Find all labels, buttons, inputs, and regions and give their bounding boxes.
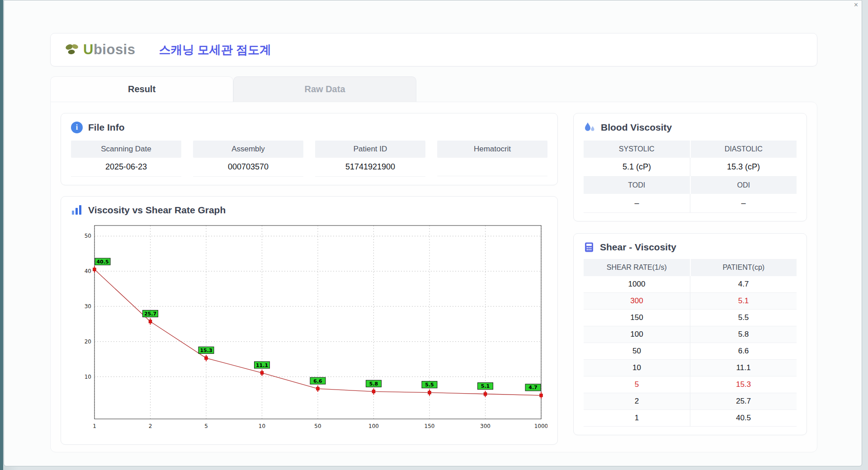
patient-viscosity-cell: 4.7 xyxy=(690,276,797,293)
svg-text:50: 50 xyxy=(314,423,321,429)
tab-bar: Result Raw Data xyxy=(50,76,817,102)
patient-viscosity-cell: 40.5 xyxy=(690,410,797,427)
bar-chart-icon xyxy=(71,205,83,216)
field-hematocrit: Hematocrit xyxy=(437,141,547,177)
ubiosis-logo: Ubiosis xyxy=(64,42,135,58)
file-info-fields: Scanning Date 2025-06-23 Assembly 000703… xyxy=(71,141,547,177)
blood-viscosity-title: Blood Viscosity xyxy=(601,122,672,133)
patient-viscosity-cell: 15.3 xyxy=(690,376,797,393)
leaf-cluster-icon xyxy=(64,42,80,57)
info-icon xyxy=(71,122,83,133)
shear-rate-cell: 10 xyxy=(584,360,690,376)
svg-text:40: 40 xyxy=(85,268,91,274)
svg-text:20: 20 xyxy=(85,338,91,345)
svg-text:6.6: 6.6 xyxy=(313,378,322,384)
svg-text:5.8: 5.8 xyxy=(369,381,378,387)
svg-text:30: 30 xyxy=(85,303,91,310)
field-patient-id: Patient ID 51741921900 xyxy=(315,141,425,177)
patient-viscosity-cell: 11.1 xyxy=(690,360,797,376)
app-window: × Ubiosis 스캐닝 모세관 점도계 Result Raw Data Fi… xyxy=(4,0,862,466)
field-label: Hematocrit xyxy=(437,141,547,158)
field-value: 51741921900 xyxy=(315,158,425,177)
svg-text:50: 50 xyxy=(85,233,91,239)
svg-text:1: 1 xyxy=(93,423,96,429)
patient-viscosity-cell: 5.5 xyxy=(690,310,797,326)
odi-header: ODI xyxy=(690,177,797,194)
tab-result[interactable]: Result xyxy=(50,76,233,102)
diastolic-value: 15.3 (cP) xyxy=(690,158,797,177)
svg-text:5.1: 5.1 xyxy=(481,383,490,389)
file-info-header: File Info xyxy=(71,122,547,133)
todi-header: TODI xyxy=(584,177,690,194)
patient-viscosity-cell: 5.8 xyxy=(690,326,797,343)
table-row: 5.1 (cP) 15.3 (cP) xyxy=(584,158,797,177)
shear-viscosity-header: Shear - Viscosity xyxy=(584,242,797,253)
tab-raw-data[interactable]: Raw Data xyxy=(233,76,416,102)
droplet-icon xyxy=(584,122,595,133)
table-row: 140.5 xyxy=(584,410,797,427)
svg-text:11.1: 11.1 xyxy=(256,362,268,368)
viscosity-chart: 102030405040.5125.7215.3511.1106.6505.81… xyxy=(73,221,547,434)
table-row: – – xyxy=(584,194,797,213)
graph-header: Viscosity vs Shear Rate Graph xyxy=(71,205,547,216)
odi-value: – xyxy=(690,194,797,213)
field-label: Assembly xyxy=(193,141,303,158)
field-value: 000703570 xyxy=(193,158,303,177)
field-value: 2025-06-23 xyxy=(71,158,181,177)
header: Ubiosis 스캐닝 모세관 점도계 xyxy=(50,33,817,66)
field-label: Scanning Date xyxy=(71,141,181,158)
blood-viscosity-card: Blood Viscosity SYSTOLIC DIASTOLIC 5.1 (… xyxy=(573,113,807,221)
svg-text:150: 150 xyxy=(425,423,435,429)
systolic-value: 5.1 (cP) xyxy=(584,158,690,177)
shear-viscosity-title: Shear - Viscosity xyxy=(600,242,676,253)
close-icon[interactable]: × xyxy=(854,1,858,9)
table-row: 1505.5 xyxy=(584,310,797,326)
svg-text:25.7: 25.7 xyxy=(144,311,156,317)
table-row: TODI ODI xyxy=(584,177,797,194)
chart-area: 102030405040.5125.7215.3511.1106.6505.81… xyxy=(71,221,547,436)
svg-text:4.7: 4.7 xyxy=(528,385,538,390)
svg-text:10: 10 xyxy=(85,374,91,380)
patient-viscosity-cell: 5.1 xyxy=(690,293,797,310)
patient-viscosity-cell: 6.6 xyxy=(690,343,797,360)
page-title: 스캐닝 모세관 점도계 xyxy=(159,42,271,58)
shear-rate-cell: 2 xyxy=(584,393,690,410)
shear-rate-cell: 100 xyxy=(584,326,690,343)
svg-text:5: 5 xyxy=(204,423,208,429)
graph-card: Viscosity vs Shear Rate Graph 1020304050… xyxy=(61,196,558,445)
shear-rate-cell: 300 xyxy=(584,293,690,310)
shear-rate-cell: 50 xyxy=(584,343,690,360)
shear-table-body: 10004.73005.11505.51005.8506.61011.1515.… xyxy=(584,276,797,427)
shear-viscosity-table: SHEAR RATE(1/s) PATIENT(cp) 10004.73005.… xyxy=(584,259,797,427)
svg-text:40.5: 40.5 xyxy=(96,259,108,265)
svg-text:100: 100 xyxy=(368,423,379,429)
table-row: 225.7 xyxy=(584,393,797,410)
file-info-card: File Info Scanning Date 2025-06-23 Assem… xyxy=(61,113,558,185)
file-info-title: File Info xyxy=(88,122,125,133)
shear-viscosity-card: Shear - Viscosity SHEAR RATE(1/s) PATIEN… xyxy=(573,233,807,435)
svg-text:5.5: 5.5 xyxy=(425,382,434,388)
shear-rate-cell: 1 xyxy=(584,410,690,427)
blood-viscosity-table: SYSTOLIC DIASTOLIC 5.1 (cP) 15.3 (cP) TO… xyxy=(584,141,797,213)
logo-text: Ubiosis xyxy=(83,42,135,58)
table-row: 506.6 xyxy=(584,343,797,360)
table-row: 1005.8 xyxy=(584,326,797,343)
shear-rate-cell: 5 xyxy=(584,376,690,393)
svg-text:1000: 1000 xyxy=(534,423,547,429)
patient-viscosity-cell: 25.7 xyxy=(690,393,797,410)
svg-text:2: 2 xyxy=(149,423,152,429)
svg-text:10: 10 xyxy=(259,423,265,429)
patient-column-header: PATIENT(cp) xyxy=(690,259,797,276)
svg-text:300: 300 xyxy=(480,423,491,429)
calculator-icon xyxy=(584,242,594,253)
table-row: 3005.1 xyxy=(584,293,797,310)
content-panel: File Info Scanning Date 2025-06-23 Assem… xyxy=(50,102,817,452)
right-column: Blood Viscosity SYSTOLIC DIASTOLIC 5.1 (… xyxy=(573,113,807,445)
table-row: 10004.7 xyxy=(584,276,797,293)
table-header-row: SHEAR RATE(1/s) PATIENT(cp) xyxy=(584,259,797,276)
diastolic-header: DIASTOLIC xyxy=(690,141,797,158)
field-assembly: Assembly 000703570 xyxy=(193,141,303,177)
table-row: 515.3 xyxy=(584,376,797,393)
shear-rate-cell: 1000 xyxy=(584,276,690,293)
svg-text:15.3: 15.3 xyxy=(200,348,212,353)
